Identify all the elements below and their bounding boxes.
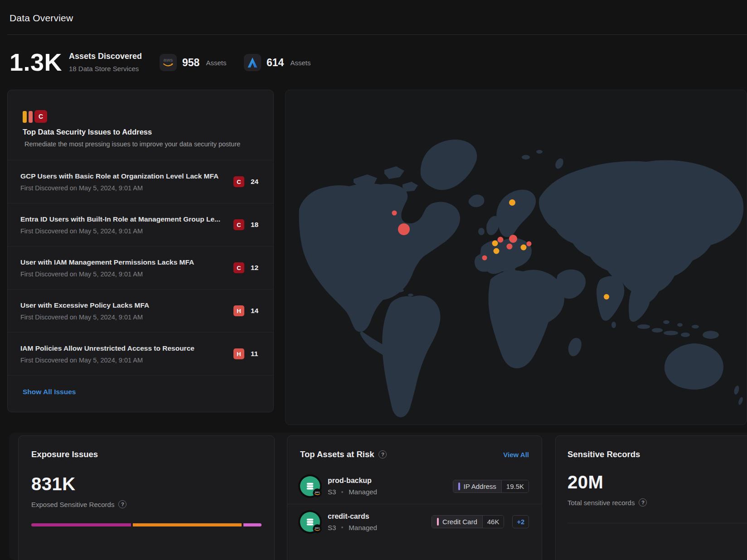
azure-asset-count: 614 <box>267 57 284 69</box>
map-location-marker[interactable] <box>392 211 397 216</box>
issue-severity-group: C18 <box>233 219 262 230</box>
azure-icon <box>244 54 261 71</box>
assets-discovered-label: Assets Discovered <box>69 52 142 61</box>
show-all-issues-link[interactable]: Show All Issues <box>23 388 76 396</box>
map-location-marker[interactable] <box>604 294 609 299</box>
exposure-bar-segment <box>243 523 262 526</box>
asset-avatar: aws <box>300 476 320 496</box>
data-class-chip: Credit Card46K <box>432 515 504 528</box>
assets-discovered-count: 1.3K <box>10 48 62 76</box>
issue-row[interactable]: User with IAM Management Permissions Lac… <box>8 246 273 289</box>
issue-row[interactable]: IAM Policies Allow Unrestricted Access t… <box>8 332 273 375</box>
asset-managed-status: Managed <box>349 524 377 531</box>
map-location-marker[interactable] <box>507 244 513 250</box>
aws-mini-icon: aws <box>313 524 322 533</box>
data-class-name: IP Address <box>464 483 496 490</box>
critical-badge-icon: C <box>34 110 47 123</box>
data-class-color-bar <box>458 483 460 490</box>
severity-badge: H <box>233 305 244 316</box>
issues-panel-footer: Show All Issues <box>8 375 273 412</box>
map-location-marker[interactable] <box>498 237 504 243</box>
asset-row[interactable]: awscredit-cardsS3ManagedCredit Card46K+2 <box>287 504 542 539</box>
issues-panel-title: Top Data Security Issues to Address <box>23 128 258 136</box>
issue-texts: GCP Users with Basic Role at Organizatio… <box>20 172 233 192</box>
map-location-marker[interactable] <box>482 256 487 261</box>
issue-count: 12 <box>251 264 258 272</box>
sensitive-records-value: 20M <box>568 472 747 492</box>
data-store-services-label: 18 Data Store Services <box>69 65 142 72</box>
map-location-marker[interactable] <box>398 223 410 235</box>
issue-first-discovered: First Discovered on May 5, 2024, 9:01 AM <box>20 314 233 321</box>
aws-provider-stat: aws 958 Assets <box>160 54 226 71</box>
provider-mini-badge: aws <box>313 524 322 533</box>
issue-count: 18 <box>251 221 258 229</box>
data-class-color-bar <box>437 518 439 526</box>
asset-name: credit-cards <box>328 512 377 521</box>
issue-count: 14 <box>251 307 258 315</box>
issue-severity-group: C24 <box>233 176 262 187</box>
asset-row[interactable]: awsprod-backupS3ManagedIP Address19.5K <box>287 468 542 504</box>
issue-severity-group: C12 <box>233 262 262 273</box>
map-location-marker[interactable] <box>494 248 500 254</box>
dot-separator <box>341 491 343 493</box>
exposure-bar-segment <box>133 523 242 526</box>
map-location-marker[interactable] <box>492 241 498 246</box>
issue-row[interactable]: User with Excessive Policy Lacks MFAFirs… <box>8 289 273 332</box>
aws-asset-count: 958 <box>182 57 199 69</box>
issues-panel-subtitle: Remediate the most pressing issues to im… <box>24 140 258 148</box>
provider-mini-badge: aws <box>313 488 322 497</box>
aws-mini-icon: aws <box>313 488 322 497</box>
issue-texts: User with IAM Management Permissions Lac… <box>20 258 233 278</box>
data-class-name: Credit Card <box>442 518 477 526</box>
issue-row[interactable]: Entra ID Users with Built-In Role at Man… <box>8 203 273 246</box>
landmass <box>299 140 744 417</box>
issue-texts: Entra ID Users with Built-In Role at Man… <box>20 215 233 235</box>
aws-asset-unit: Assets <box>206 59 226 67</box>
total-sensitive-label: Total sensitive records <box>568 499 635 507</box>
asset-service: S3 <box>328 524 336 531</box>
exposure-distribution-bar <box>31 523 262 526</box>
issue-first-discovered: First Discovered on May 5, 2024, 9:01 AM <box>20 357 233 364</box>
view-all-link[interactable]: View All <box>503 451 529 459</box>
sensitive-records-title: Sensitive Records <box>568 449 747 459</box>
aws-icon: aws <box>160 54 177 71</box>
aws-icon-text: aws <box>164 57 173 63</box>
help-icon[interactable]: ? <box>639 498 647 507</box>
asset-info: credit-cardsS3Managed <box>328 512 377 531</box>
issue-severity-group: H14 <box>233 305 262 316</box>
data-class-count: 19.5K <box>501 480 529 492</box>
world-map-illustration <box>286 90 747 425</box>
asset-tags: Credit Card46K+2 <box>432 515 529 528</box>
more-classes-chip[interactable]: +2 <box>512 515 529 528</box>
issue-row[interactable]: GCP Users with Basic Role at Organizatio… <box>8 160 273 203</box>
issue-title: User with IAM Management Permissions Lac… <box>20 258 233 266</box>
help-icon[interactable]: ? <box>378 450 387 459</box>
issue-title: User with Excessive Policy Lacks MFA <box>20 301 233 309</box>
asset-tags: IP Address19.5K <box>453 480 529 493</box>
map-location-marker[interactable] <box>521 245 527 251</box>
asset-avatar: aws <box>300 512 320 532</box>
header-divider <box>7 34 747 35</box>
asset-service: S3 <box>328 488 336 496</box>
exposure-bar-segment <box>31 523 131 526</box>
page-title: Data Overview <box>10 13 73 24</box>
asset-subtitle: S3Managed <box>328 488 377 496</box>
top-assets-at-risk-panel: Top Assets at Risk ? View All awsprod-ba… <box>287 435 542 560</box>
svg-text:aws: aws <box>315 526 320 529</box>
world-map-panel <box>285 90 747 425</box>
severity-badge: C <box>233 176 244 187</box>
severity-badge: H <box>233 348 244 359</box>
map-location-marker[interactable] <box>509 235 517 243</box>
issue-first-discovered: First Discovered on May 5, 2024, 9:01 AM <box>20 270 233 278</box>
help-icon[interactable]: ? <box>118 500 126 508</box>
issue-severity-group: H11 <box>233 348 262 359</box>
map-location-marker[interactable] <box>527 241 532 246</box>
dot-separator <box>341 526 343 528</box>
issue-title: GCP Users with Basic Role at Organizatio… <box>20 172 233 180</box>
data-class-label: IP Address <box>453 480 501 492</box>
top-security-issues-panel: C Top Data Security Issues to Address Re… <box>7 90 274 412</box>
issues-panel-header: C Top Data Security Issues to Address Re… <box>8 90 273 160</box>
panel-divider <box>568 523 747 523</box>
issue-first-discovered: First Discovered on May 5, 2024, 9:01 AM <box>20 227 233 235</box>
map-location-marker[interactable] <box>509 199 515 206</box>
